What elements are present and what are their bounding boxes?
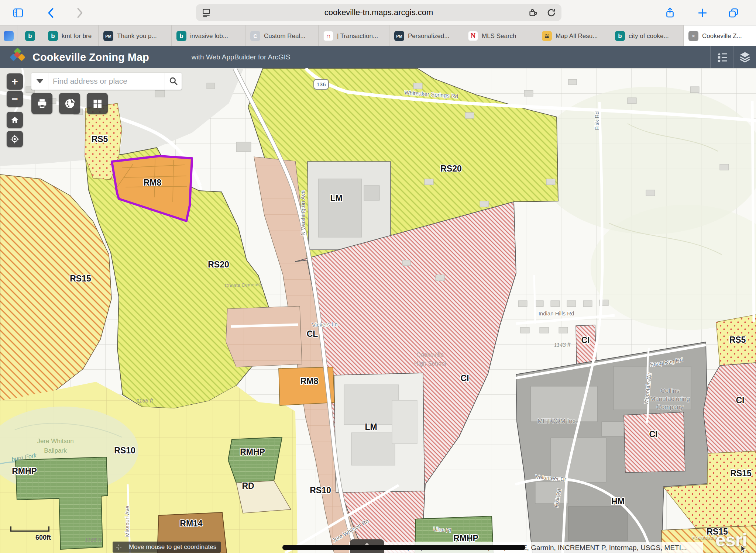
tab-invasive[interactable]: binvasive lob...: [172, 25, 245, 46]
new-tab-icon[interactable]: [696, 7, 709, 19]
search-source-dropdown[interactable]: [31, 73, 48, 90]
coordinates-status: Move mouse to get coordinates: [113, 542, 221, 553]
app-header: Cookeville Zoning Map with Web AppBuilde…: [0, 46, 756, 68]
svg-text:Missouri Ave: Missouri Ave: [124, 506, 130, 537]
reader-icon[interactable]: [202, 8, 211, 19]
tab-mls-search[interactable]: NMLS Search: [463, 25, 537, 46]
palette-icon: [64, 98, 76, 110]
tab-cookeville-zoning-active[interactable]: ✕Cookeville Z...: [684, 25, 756, 46]
browser-chrome: cookeville-tn.maps.arcgis.com: [0, 0, 756, 25]
svg-text:RS10: RS10: [310, 485, 331, 495]
svg-text:136: 136: [316, 81, 326, 87]
search-bar: [31, 73, 182, 90]
page-subtitle: with Web AppBuilder for ArcGIS: [192, 53, 291, 61]
favicon: b: [615, 31, 625, 41]
svg-text:Cookeville: Cookeville: [416, 352, 444, 358]
tab-partial[interactable]: [0, 25, 17, 46]
legend-button[interactable]: [710, 46, 733, 68]
favicon: PM: [103, 31, 113, 41]
mouse-cursor: [740, 545, 748, 553]
page-title: Cookeville Zoning Map: [32, 51, 149, 63]
svg-text:Indian Hills Rd: Indian Hills Rd: [539, 310, 574, 317]
basemap-gallery-button[interactable]: [87, 93, 108, 114]
svg-text:HM: HM: [611, 497, 625, 506]
extensions-icon[interactable]: [528, 8, 538, 19]
svg-text:RMHP: RMHP: [12, 466, 37, 476]
search-icon: [169, 76, 178, 86]
page: { "browser": { "url": "cookeville-tn.map…: [0, 0, 756, 553]
tab-transaction[interactable]: ∩| Transaction...: [319, 25, 389, 46]
crosshair-icon: [113, 543, 125, 551]
svg-text:Collins: Collins: [660, 387, 679, 394]
svg-text:High School: High School: [414, 360, 446, 367]
favicon: b: [48, 31, 58, 41]
route-shield: 136: [314, 79, 329, 89]
svg-text:Vickers Ln: Vickers Ln: [312, 321, 338, 328]
back-icon[interactable]: [44, 7, 57, 19]
svg-text:LM: LM: [330, 193, 342, 203]
svg-text:Company: Company: [657, 404, 684, 411]
scale-bar: [10, 527, 49, 532]
tab-map-all[interactable]: ≋Map All Resu...: [537, 25, 610, 46]
favicon: b: [25, 31, 35, 41]
tab-kmt[interactable]: bkmt for bre: [43, 25, 99, 46]
svg-text:RS10: RS10: [114, 446, 135, 455]
favicon: C: [250, 31, 260, 41]
svg-text:RS5: RS5: [92, 134, 108, 144]
sidebar-icon[interactable]: [12, 7, 24, 19]
tab-icon-only[interactable]: b: [17, 25, 43, 46]
favicon: N: [468, 31, 478, 41]
layers-button[interactable]: [733, 46, 756, 68]
print-icon: [37, 98, 48, 109]
tab-bar: b bkmt for bre PMThank you p... binvasiv…: [0, 25, 756, 46]
svg-text:Fisk Rd: Fisk Rd: [594, 111, 600, 130]
search-button[interactable]: [165, 73, 182, 90]
tab-city-of-cookeville[interactable]: bcity of cooke...: [610, 25, 684, 46]
svg-text:Ballpark: Ballpark: [44, 447, 67, 454]
tab-overview-icon[interactable]: [727, 7, 740, 19]
chevron-down-icon: [37, 79, 43, 83]
favicon: b: [176, 31, 186, 41]
grid-icon: [92, 98, 103, 109]
tab-personalized[interactable]: PMPersonalized...: [389, 25, 463, 46]
svg-text:1165 ft: 1165 ft: [85, 537, 102, 543]
favicon: [4, 31, 14, 41]
app-logo-icon: [9, 48, 26, 66]
svg-text:CI: CI: [649, 429, 658, 439]
map-canvas[interactable]: 136 Whiteaker Springs Rd Indian Hills Rd…: [0, 68, 756, 553]
svg-text:METCOM Inc.: METCOM Inc.: [537, 418, 577, 425]
svg-text:Manufacturing: Manufacturing: [650, 395, 690, 402]
zoom-in-button[interactable]: +: [7, 73, 23, 90]
tab-thank-you[interactable]: PMThank you p...: [99, 25, 172, 46]
svg-text:RMHP: RMHP: [240, 447, 265, 457]
svg-text:Jere Whitson: Jere Whitson: [37, 438, 73, 445]
forward-icon[interactable]: [74, 7, 86, 19]
favicon: ∩: [323, 31, 333, 41]
tab-custom-real[interactable]: CCustom Real...: [245, 25, 319, 46]
svg-text:RM14: RM14: [180, 519, 203, 528]
reload-icon[interactable]: [546, 8, 556, 19]
print-button[interactable]: [31, 93, 52, 114]
svg-text:RS5: RS5: [729, 335, 746, 345]
url-bar[interactable]: cookeville-tn.maps.arcgis.com: [196, 4, 561, 21]
locate-button[interactable]: [7, 131, 23, 147]
url-text: cookeville-tn.maps.arcgis.com: [324, 8, 433, 17]
home-button[interactable]: [7, 112, 23, 128]
search-input[interactable]: [48, 73, 165, 90]
locate-icon: [10, 134, 20, 144]
coordinates-hint-text: Move mouse to get coordinates: [129, 543, 216, 551]
svg-text:1143 ft: 1143 ft: [554, 341, 571, 348]
svg-text:1166 ft: 1166 ft: [137, 397, 154, 404]
share-icon[interactable]: [664, 7, 676, 19]
favicon: ✕: [688, 31, 698, 41]
svg-text:RD: RD: [242, 481, 254, 491]
legend-icon: [716, 52, 728, 63]
favicon: ≋: [542, 31, 552, 41]
scrubber-bar[interactable]: [282, 545, 525, 550]
svg-text:RMHP: RMHP: [453, 533, 478, 543]
svg-text:CI: CI: [461, 373, 469, 383]
zoning-basemap: 136 Whiteaker Springs Rd Indian Hills Rd…: [0, 68, 756, 553]
svg-text:CL: CL: [307, 329, 318, 339]
draw-palette-button[interactable]: [59, 93, 80, 114]
zoom-out-button[interactable]: −: [7, 91, 23, 107]
